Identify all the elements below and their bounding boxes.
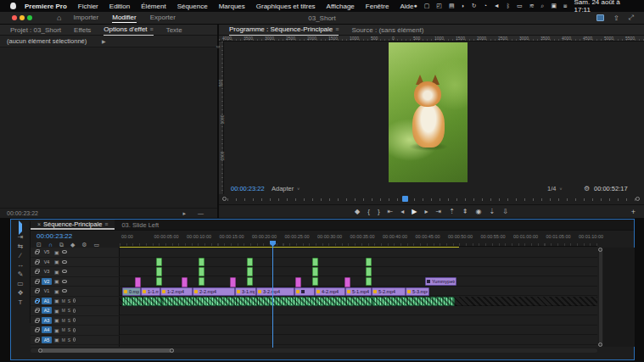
app-tab-modifier[interactable]: Modifier <box>112 13 136 23</box>
overlay-green-clip[interactable] <box>156 258 162 267</box>
mute-button[interactable]: M <box>62 298 65 304</box>
resolution-select[interactable]: 1/4˅ <box>547 185 562 192</box>
menu-aide[interactable]: Aide <box>400 3 413 10</box>
app-tab-importer[interactable]: Importer <box>73 13 98 23</box>
play-button[interactable]: ▶ <box>412 206 417 218</box>
overlay-green-clip[interactable] <box>247 258 253 267</box>
v1-clip-4-2-mp4[interactable]: 4-2.mp4 <box>315 287 345 297</box>
track-name-chip[interactable]: A4 <box>42 326 52 333</box>
source-toggle-icon[interactable]: ▣ <box>54 278 59 284</box>
audio-track-header-a2[interactable]: A2▣MS <box>31 306 120 316</box>
v1-clip-0-mp4[interactable]: 0.mp4 <box>122 287 141 297</box>
workspace-icon[interactable] <box>596 14 604 21</box>
v1-clip-3-2-mp4[interactable]: 3-2.mp4 <box>256 287 294 297</box>
track-name-chip[interactable]: V4 <box>42 259 52 265</box>
hscroll-right-knob[interactable] <box>170 348 174 353</box>
scrubber-right-handle[interactable] <box>636 197 640 201</box>
lock-icon[interactable] <box>35 300 39 304</box>
lock-icon[interactable] <box>35 309 39 313</box>
source-toggle-icon[interactable]: ▣ <box>54 327 59 333</box>
sync-icon[interactable]: ↻ <box>472 0 477 12</box>
overlay-green-clip[interactable] <box>312 258 318 267</box>
solo-button[interactable]: S <box>68 337 70 343</box>
v2-transition-clip[interactable] <box>344 277 350 287</box>
overlay-green-clip[interactable] <box>312 277 318 287</box>
source-toggle-icon[interactable]: ▣ <box>54 317 59 323</box>
overlay-green-clip[interactable] <box>247 277 253 287</box>
close-icon[interactable]: × <box>37 221 41 227</box>
add-marker-button[interactable]: ◆ <box>355 206 360 218</box>
lock-icon[interactable] <box>35 281 39 284</box>
zoom-slider-icon[interactable]: — <box>198 210 204 217</box>
track-name-chip[interactable]: A5 <box>42 337 52 343</box>
v1-clip-5-3-mp4[interactable]: 5-3.mp4 <box>406 287 429 297</box>
v1-clip-2-2-mp4[interactable]: 2-2.mp4 <box>193 287 235 297</box>
overlay-green-clip[interactable] <box>312 267 318 276</box>
video-track-header-v3[interactable]: V3▣ <box>31 267 120 277</box>
tab-projet-03-short[interactable]: Projet : 03_Short <box>10 25 61 36</box>
track-name-chip[interactable]: A1 <box>42 298 52 304</box>
lock-icon[interactable] <box>35 320 39 323</box>
mute-button[interactable]: M <box>62 327 65 332</box>
v2-transition-clip[interactable] <box>230 277 236 287</box>
fullscreen-icon[interactable]: ⤢ <box>629 14 634 22</box>
source-toggle-icon[interactable]: ▣ <box>54 249 59 255</box>
v1-clip-untitled[interactable] <box>294 287 315 297</box>
menu-fenetre[interactable]: Fenêtre <box>366 3 389 10</box>
track-select-forward-tool[interactable]: ⇥ <box>18 234 24 241</box>
track-name-chip[interactable]: V1 <box>42 287 52 294</box>
slip-tool[interactable]: ↔ <box>17 262 24 269</box>
mute-button[interactable]: M <box>62 318 65 323</box>
overlay-green-clip[interactable] <box>366 277 372 287</box>
audio-track-header-a5[interactable]: A5▣MS <box>31 336 120 346</box>
audio-track-header-a3[interactable]: A3▣MS <box>31 316 120 326</box>
panel-menu-icon[interactable]: ≡ <box>335 26 339 32</box>
timeline-ruler[interactable]: 00:0000:00:05:0000:00:10:0000:00:15:0000… <box>120 231 597 247</box>
wifi-icon[interactable]: ≋ <box>529 0 535 12</box>
bluetooth-icon[interactable]: ᛒ <box>507 0 510 12</box>
overlay-green-clip[interactable] <box>156 277 162 287</box>
tab-programme-sequence-principale[interactable]: Programme : Séquence-Principale≡ <box>229 25 339 36</box>
solo-button[interactable]: S <box>68 298 70 304</box>
expand-arrow-icon[interactable]: ▶ <box>102 38 106 44</box>
audio-track-header-a4[interactable]: A4▣MS <box>31 326 120 336</box>
input-source-icon[interactable]: ▣ <box>551 0 557 12</box>
add-button[interactable]: + <box>631 208 636 216</box>
overwrite-button[interactable]: ⇩ <box>502 206 508 218</box>
v1-clip-3-1-mp4[interactable]: 3-1.mp4 <box>235 287 256 297</box>
fit-select[interactable]: Adapter˅ <box>272 185 300 192</box>
overlay-green-clip[interactable] <box>366 267 372 276</box>
mic-icon[interactable] <box>73 328 76 332</box>
step-forward-button[interactable]: ▸ <box>424 206 428 218</box>
source-toggle-icon[interactable]: ▣ <box>54 308 59 314</box>
selection-tool[interactable] <box>19 225 22 231</box>
source-toggle-icon[interactable]: ▣ <box>54 269 59 275</box>
control-center-icon[interactable]: ⧈ <box>563 0 567 12</box>
notification-icon[interactable]: ◗ <box>462 0 465 12</box>
mute-button[interactable]: M <box>62 308 65 313</box>
go-to-out-button[interactable]: ⇥ <box>435 206 441 218</box>
display-icon[interactable]: ▢ <box>424 0 430 12</box>
track-name-chip[interactable]: A2 <box>42 307 52 314</box>
graphic-clip-yummypets[interactable]: Yummypets- <box>425 277 456 287</box>
solo-button[interactable]: S <box>68 308 70 313</box>
v2-transition-clip[interactable] <box>295 277 301 287</box>
video-track-header-v4[interactable]: V4▣ <box>31 258 120 268</box>
share-icon[interactable]: ⇪ <box>613 14 619 22</box>
hscroll-thumb[interactable] <box>38 348 174 353</box>
eye-icon[interactable] <box>62 280 67 283</box>
source-toggle-icon[interactable]: ▣ <box>54 298 59 304</box>
eye-icon[interactable] <box>62 289 67 292</box>
menu-fichier[interactable]: Fichier <box>78 3 98 10</box>
pen-tool[interactable]: ✎ <box>18 271 24 278</box>
lock-icon[interactable] <box>35 251 39 254</box>
mic-icon[interactable] <box>73 318 76 322</box>
audio-track-header-a1[interactable]: A1▣MS <box>31 297 120 307</box>
menu-element[interactable]: Élément <box>141 3 165 10</box>
rectangle-tool[interactable]: ▭ <box>17 281 24 287</box>
razor-tool[interactable]: ∕ <box>20 253 20 259</box>
eye-icon[interactable] <box>62 250 67 253</box>
program-scrubber[interactable] <box>219 194 644 204</box>
app-tab-exporter[interactable]: Exporter <box>150 13 176 23</box>
go-to-in-button[interactable]: ⇤ <box>388 206 394 218</box>
